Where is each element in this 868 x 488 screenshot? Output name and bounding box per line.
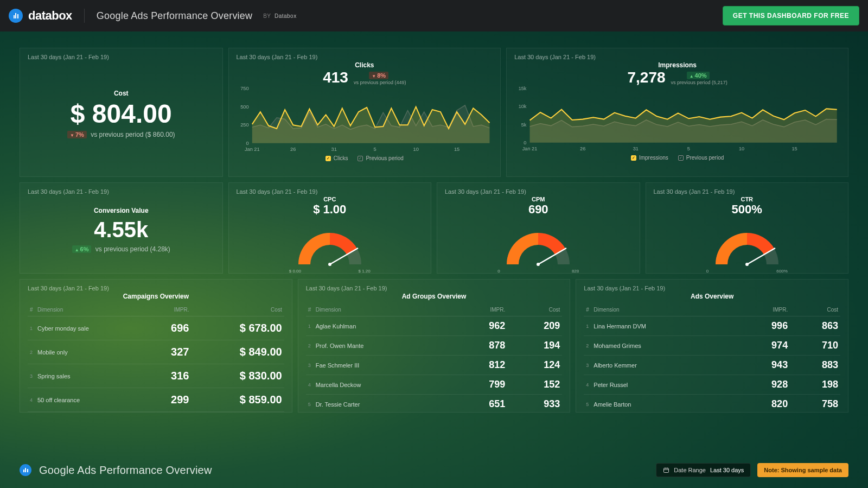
table-row[interactable]: 4Marcella Deckow799152 bbox=[306, 375, 563, 395]
kpi-value: $ 804.00 bbox=[71, 100, 172, 128]
gauge-ctr bbox=[704, 220, 790, 269]
svg-point-23 bbox=[537, 263, 540, 266]
card-adgroups[interactable]: Last 30 days (Jan 21 - Feb 19) Ad Groups… bbox=[298, 279, 571, 413]
table-row[interactable]: 4Peter Russel928198 bbox=[584, 375, 840, 395]
card-cost[interactable]: Last 30 days (Jan 21 - Feb 19) Cost $ 80… bbox=[20, 48, 223, 177]
clicks-chart: 0250500750 Jan 21263151015 bbox=[237, 86, 493, 153]
card-cpc[interactable]: Last 30 days (Jan 21 - Feb 19) CPC$ 1.00… bbox=[228, 182, 432, 274]
svg-point-21 bbox=[328, 263, 331, 266]
dashboard-viewport: Last 30 days (Jan 21 - Feb 19) Cost $ 80… bbox=[0, 31, 868, 488]
impressions-legend: Impressions Previous period bbox=[514, 155, 840, 161]
svg-text:26: 26 bbox=[580, 146, 585, 151]
table-row[interactable]: 5Black friday132$ 316.00 bbox=[28, 412, 284, 413]
svg-text:500: 500 bbox=[240, 104, 248, 110]
svg-point-25 bbox=[745, 263, 749, 266]
svg-text:5k: 5k bbox=[521, 122, 527, 128]
svg-rect-26 bbox=[664, 468, 669, 473]
kpi-label: Cost bbox=[114, 90, 129, 97]
card-ctr[interactable]: Last 30 days (Jan 21 - Feb 19) CTR500% 0… bbox=[646, 182, 849, 274]
sample-data-note: Note: Showing sample data bbox=[757, 463, 848, 477]
svg-text:0: 0 bbox=[246, 141, 248, 146]
table-row[interactable]: 2Mobile only327$ 849.00 bbox=[28, 340, 284, 364]
svg-text:5: 5 bbox=[687, 146, 690, 151]
table-row[interactable]: 5Dr. Tessie Carter651933 bbox=[306, 395, 563, 413]
svg-text:31: 31 bbox=[633, 146, 639, 151]
table-row[interactable]: 3Spring sales316$ 830.00 bbox=[28, 364, 284, 388]
table-row[interactable]: 1Aglae Kuhlman962209 bbox=[306, 316, 563, 336]
table-row[interactable]: 2Prof. Owen Mante878194 bbox=[306, 336, 563, 356]
svg-text:15: 15 bbox=[792, 146, 797, 151]
byline: BY Databox bbox=[263, 13, 296, 19]
table-row[interactable]: 2Mohamed Grimes974710 bbox=[584, 336, 840, 356]
svg-text:Jan 21: Jan 21 bbox=[522, 146, 538, 151]
card-conversion-value[interactable]: Last 30 days (Jan 21 - Feb 19) Conversio… bbox=[20, 182, 223, 274]
svg-text:750: 750 bbox=[240, 86, 248, 91]
kpi-change: 7% vs previous period ($ 860.00) bbox=[67, 131, 175, 138]
gauge-cpm bbox=[495, 220, 582, 269]
table-row[interactable]: 1Cyber monday sale696$ 678.00 bbox=[28, 316, 284, 340]
svg-text:10: 10 bbox=[739, 146, 744, 151]
top-bar: databox Google Ads Performance Overview … bbox=[0, 0, 868, 31]
calendar-icon bbox=[663, 467, 669, 473]
svg-text:250: 250 bbox=[240, 122, 248, 128]
table-row[interactable]: 450 off clearance299$ 859.00 bbox=[28, 388, 284, 412]
impressions-chart: 05k10k15k Jan 21263151015 bbox=[514, 86, 840, 153]
svg-text:10: 10 bbox=[413, 147, 418, 152]
svg-text:15k: 15k bbox=[519, 86, 527, 91]
page-title: Google Ads Performance Overview bbox=[85, 10, 252, 22]
svg-text:26: 26 bbox=[290, 147, 296, 152]
table-row[interactable]: 5Amelie Barton820758 bbox=[584, 395, 840, 413]
brand-name: databox bbox=[28, 9, 72, 23]
svg-text:Jan 21: Jan 21 bbox=[244, 147, 259, 152]
svg-text:5: 5 bbox=[373, 147, 376, 152]
card-campaigns[interactable]: Last 30 days (Jan 21 - Feb 19) Campaigns… bbox=[20, 279, 292, 413]
brand-logo[interactable]: databox bbox=[9, 9, 85, 23]
date-range-selector[interactable]: Date Range Last 30 days bbox=[656, 463, 751, 477]
date-range-label: Last 30 days (Jan 21 - Feb 19) bbox=[28, 54, 215, 60]
card-impressions[interactable]: Last 30 days (Jan 21 - Feb 19) Impressio… bbox=[506, 48, 848, 177]
databox-icon bbox=[9, 9, 23, 23]
cta-button[interactable]: GET THIS DASHBOARD FOR FREE bbox=[723, 6, 859, 26]
card-ads[interactable]: Last 30 days (Jan 21 - Feb 19) Ads Overv… bbox=[576, 279, 848, 413]
bottom-bar: Google Ads Performance Overview Date Ran… bbox=[20, 463, 848, 477]
table-row[interactable]: 1Lina Hermann DVM996863 bbox=[584, 316, 840, 336]
svg-text:15: 15 bbox=[454, 147, 459, 152]
adgroups-table: #DimensionIMPR.Cost 1Aglae Kuhlman962209… bbox=[306, 303, 563, 413]
table-row[interactable]: 3Fae Schmeler III812124 bbox=[306, 356, 563, 375]
clicks-legend: Clicks Previous period bbox=[237, 155, 493, 161]
card-cpm[interactable]: Last 30 days (Jan 21 - Feb 19) CPM690 08… bbox=[437, 182, 640, 274]
card-clicks[interactable]: Last 30 days (Jan 21 - Feb 19) Clicks 41… bbox=[228, 48, 501, 177]
table-row[interactable]: 3Alberto Kemmer943883 bbox=[584, 356, 840, 375]
bottom-title: Google Ads Performance Overview bbox=[39, 464, 212, 477]
svg-text:31: 31 bbox=[331, 147, 336, 152]
ads-table: #DimensionIMPR.Cost 1Lina Hermann DVM996… bbox=[584, 303, 840, 413]
databox-icon bbox=[20, 464, 31, 476]
campaigns-table: #DimensionIMPR.Cost 1Cyber monday sale69… bbox=[28, 303, 284, 413]
svg-text:10k: 10k bbox=[519, 104, 527, 109]
gauge-cpc bbox=[286, 220, 373, 269]
svg-text:0: 0 bbox=[524, 140, 526, 145]
